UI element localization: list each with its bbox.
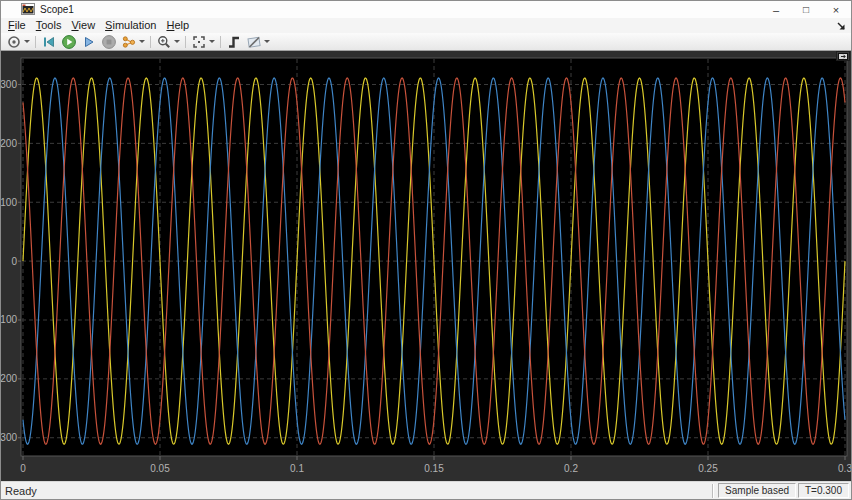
settings-dropdown-caret [24,40,30,43]
toolbar-separator [150,36,151,48]
highlight-block-button[interactable] [120,34,146,50]
maximize-axes-icon [838,53,848,60]
scope-display: 00.050.10.150.20.250.3-300-200-100010020… [1,51,851,481]
zoom-button[interactable] [155,34,181,50]
zoom-icon [156,34,172,50]
span-axes-icon [191,34,207,50]
status-separator [712,484,714,498]
y-tick-label: 300 [1,79,17,90]
step-back-icon [41,34,57,50]
trigger-button[interactable] [225,34,243,50]
step-back-button[interactable] [40,34,58,50]
x-tick-label: 0.25 [698,463,718,474]
toolbar-separator [35,36,36,48]
x-tick-label: 0.15 [424,463,444,474]
step-forward-button[interactable] [80,34,98,50]
y-tick-label: -300 [1,432,17,443]
close-button[interactable]: × [821,1,851,18]
highlight-block-icon [121,34,137,50]
span-axes-button[interactable] [190,34,216,50]
settings-gear-icon [6,34,22,50]
status-sample-mode: Sample based [718,483,796,498]
measurements-dropdown-caret [264,40,270,43]
menu-help[interactable]: Help [161,18,194,33]
status-sim-time: T=0.300 [798,483,849,498]
maximize-axes-button[interactable] [836,51,850,61]
y-tick-label: -200 [1,373,17,384]
scope-plot-svg[interactable]: 00.050.10.150.20.250.3-300-200-100010020… [1,51,852,481]
step-forward-icon [81,34,97,50]
x-tick-label: 0.2 [564,463,578,474]
span-axes-dropdown-caret [209,40,215,43]
x-tick-label: 0.05 [150,463,170,474]
menu-file[interactable]: File [3,18,31,33]
toolbar-separator [220,36,221,48]
measurements-icon [246,34,262,50]
status-bar: Ready Sample based T=0.300 [1,481,851,499]
zoom-dropdown-caret [174,40,180,43]
title-bar: Scope1 – □ × [1,1,851,18]
x-tick-label: 0.1 [290,463,304,474]
x-tick-label: 0.3 [838,463,852,474]
stop-button[interactable] [100,34,118,50]
minimize-button[interactable]: – [761,1,791,18]
y-tick-label: 200 [1,138,17,149]
menu-simulation[interactable]: Simulation [100,18,161,33]
settings-button[interactable] [5,34,31,50]
status-ready-text: Ready [5,485,37,497]
y-tick-label: -100 [1,314,17,325]
menu-bar: File Tools View Simulation Help [1,18,851,33]
toolbar [1,33,851,51]
stop-icon [101,34,117,50]
scope-window: Scope1 – □ × File Tools View Simulation … [0,0,852,500]
maximize-button[interactable]: □ [791,1,821,18]
toolbar-separator [185,36,186,48]
menu-tools[interactable]: Tools [31,18,67,33]
measurements-button[interactable] [245,34,271,50]
highlight-block-dropdown-caret [139,40,145,43]
run-button[interactable] [60,34,78,50]
scope-window-icon [21,1,35,19]
run-icon [61,34,77,50]
y-tick-label: 0 [11,256,17,267]
y-tick-label: 100 [1,197,17,208]
trigger-icon [226,34,242,50]
dock-scope-icon[interactable] [835,19,848,32]
x-tick-label: 0 [20,463,26,474]
menu-view[interactable]: View [66,18,100,33]
window-title: Scope1 [40,4,74,15]
